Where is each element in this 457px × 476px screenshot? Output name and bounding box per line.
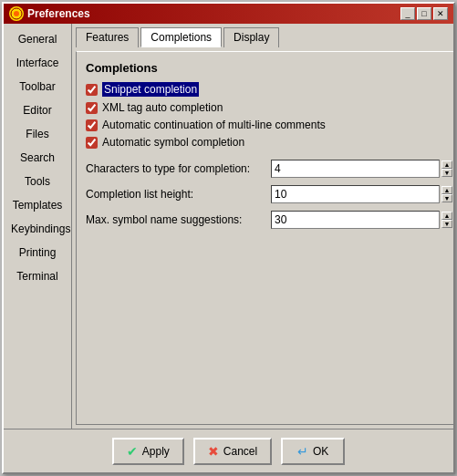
height-down-arrow[interactable]: ▼ <box>441 194 452 202</box>
chars-input-wrap: ▲ ▼ <box>271 160 452 178</box>
height-input-wrap: ▲ ▼ <box>271 185 452 203</box>
ok-icon: ↵ <box>297 444 308 459</box>
section-title: Completions <box>86 61 452 75</box>
checkbox-row-xml: XML tag auto completion <box>86 101 452 114</box>
chars-label: Characters to type for completion: <box>86 162 264 175</box>
tab-display[interactable]: Display <box>223 27 279 47</box>
checkbox-row-symbol: Automatic symbol completion <box>86 136 452 149</box>
form-row-height: Completion list height: ▲ ▼ <box>86 185 452 203</box>
cancel-label: Cancel <box>223 445 257 458</box>
apply-button[interactable]: ✔ Apply <box>112 438 184 465</box>
sidebar-item-keybindings[interactable]: Keybindings <box>4 217 71 241</box>
checkbox-snippet[interactable] <box>86 84 98 96</box>
sidebar-item-terminal[interactable]: Terminal <box>4 264 71 288</box>
apply-icon: ✔ <box>127 444 138 459</box>
symbol-up-arrow[interactable]: ▲ <box>441 212 452 220</box>
checkbox-row-multiline: Automatic continuation of multi-line com… <box>86 119 452 131</box>
symbol-label: Max. symbol name suggestions: <box>86 213 264 226</box>
sidebar-item-toolbar[interactable]: Toolbar <box>4 75 71 98</box>
height-label: Completion list height: <box>86 188 264 201</box>
title-buttons: _ □ ✕ <box>400 7 448 20</box>
checkbox-multiline-label: Automatic continuation of multi-line com… <box>102 119 326 131</box>
checkbox-symbol[interactable] <box>86 137 98 149</box>
symbol-spinner: ▲ ▼ <box>441 212 452 228</box>
sidebar-item-templates[interactable]: Templates <box>4 193 71 217</box>
chars-down-arrow[interactable]: ▼ <box>441 169 452 177</box>
chars-spinner: ▲ ▼ <box>441 160 452 177</box>
sidebar-item-editor[interactable]: Editor <box>4 98 71 122</box>
symbol-input[interactable] <box>271 211 440 229</box>
minimize-button[interactable]: _ <box>400 7 415 20</box>
sidebar-item-tools[interactable]: Tools <box>4 170 71 193</box>
checkbox-row-snippet: Snippet completion <box>86 82 452 97</box>
title-bar: Preferences _ □ ✕ <box>4 4 453 24</box>
close-button[interactable]: ✕ <box>433 7 448 20</box>
checkbox-symbol-label: Automatic symbol completion <box>102 136 244 149</box>
height-spinner: ▲ ▼ <box>441 186 452 202</box>
preferences-window: Preferences _ □ ✕ General Interface Tool… <box>2 2 455 474</box>
apply-label: Apply <box>142 445 170 458</box>
tab-completions[interactable]: Completions <box>140 27 222 47</box>
svg-point-1 <box>14 11 19 16</box>
main-area: Features Completions Display Completions… <box>72 24 453 429</box>
window-body: General Interface Toolbar Editor Files S… <box>4 24 453 429</box>
sidebar-item-interface[interactable]: Interface <box>4 51 71 75</box>
checkbox-multiline[interactable] <box>86 119 98 131</box>
chars-up-arrow[interactable]: ▲ <box>441 160 452 169</box>
checkbox-snippet-label: Snippet completion <box>102 82 199 97</box>
form-row-chars: Characters to type for completion: ▲ ▼ <box>86 160 452 178</box>
footer: ✔ Apply ✖ Cancel ↵ OK <box>4 429 453 472</box>
ok-button[interactable]: ↵ OK <box>281 438 345 465</box>
height-input[interactable] <box>271 185 440 203</box>
cancel-button[interactable]: ✖ Cancel <box>193 438 272 465</box>
sidebar-item-general[interactable]: General <box>4 27 71 51</box>
chars-input[interactable] <box>271 160 440 178</box>
checkbox-xml-label: XML tag auto completion <box>102 101 223 114</box>
tabs-bar: Features Completions Display <box>76 27 453 47</box>
ok-label: OK <box>313 445 328 458</box>
sidebar-item-files[interactable]: Files <box>4 122 71 146</box>
app-icon <box>9 6 24 21</box>
tab-features[interactable]: Features <box>76 27 139 47</box>
title-bar-left: Preferences <box>9 6 90 21</box>
sidebar-item-search[interactable]: Search <box>4 146 71 170</box>
cancel-icon: ✖ <box>208 444 219 459</box>
maximize-button[interactable]: □ <box>417 7 431 20</box>
form-row-symbol: Max. symbol name suggestions: ▲ ▼ <box>86 211 452 229</box>
sidebar: General Interface Toolbar Editor Files S… <box>4 24 72 429</box>
content-area: Completions Snippet completion XML tag a… <box>76 51 453 425</box>
symbol-input-wrap: ▲ ▼ <box>271 211 452 229</box>
height-up-arrow[interactable]: ▲ <box>441 186 452 194</box>
symbol-down-arrow[interactable]: ▼ <box>441 220 452 228</box>
window-title: Preferences <box>27 7 90 20</box>
sidebar-item-printing[interactable]: Printing <box>4 241 71 264</box>
checkbox-xml[interactable] <box>86 102 98 114</box>
